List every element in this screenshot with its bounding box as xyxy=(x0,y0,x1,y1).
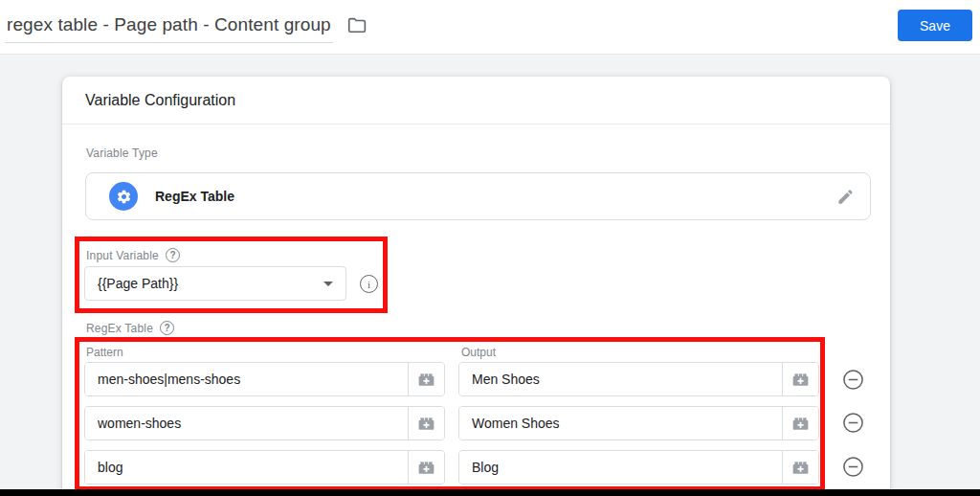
remove-row-icon[interactable] xyxy=(842,456,864,478)
save-button[interactable]: Save xyxy=(898,10,972,41)
pattern-cell-row-1 xyxy=(84,362,445,396)
input-variable-label: Input Variable xyxy=(86,249,159,262)
annotation-box-input-variable: Input Variable ? {{Page Path}} i xyxy=(75,237,388,313)
output-cell-row-3 xyxy=(458,450,819,485)
card-header: Variable Configuration xyxy=(62,77,890,124)
annotation-box-regex-table: Pattern Output xyxy=(75,337,825,491)
variable-type-label: Variable Type xyxy=(86,147,158,160)
output-input-row-1[interactable] xyxy=(459,363,782,395)
pattern-input-row-1[interactable] xyxy=(85,363,408,395)
screenshot-bottom-crop-bar xyxy=(0,489,980,496)
help-icon[interactable]: ? xyxy=(160,321,174,335)
output-column-header: Output xyxy=(461,346,496,359)
variable-picker-icon[interactable] xyxy=(782,451,818,484)
variable-picker-icon[interactable] xyxy=(408,407,444,440)
pattern-input-row-3[interactable] xyxy=(85,451,408,484)
input-variable-select[interactable]: {{Page Path}} xyxy=(84,266,346,301)
info-icon[interactable]: i xyxy=(360,275,378,293)
gear-icon xyxy=(109,182,138,211)
help-icon[interactable]: ? xyxy=(166,248,180,262)
pattern-input-row-2[interactable] xyxy=(85,407,408,440)
variable-name-title[interactable]: regex table - Page path - Content group xyxy=(5,12,333,43)
gtm-variable-editor-screen: regex table - Page path - Content group … xyxy=(0,0,980,496)
remove-row-icon[interactable] xyxy=(842,412,864,434)
variable-picker-icon[interactable] xyxy=(408,363,444,395)
top-bar: regex table - Page path - Content group … xyxy=(0,0,980,55)
output-input-row-2[interactable] xyxy=(459,407,782,440)
input-variable-selected-value: {{Page Path}} xyxy=(98,267,178,300)
output-cell-row-1 xyxy=(458,362,819,396)
edit-pencil-icon[interactable] xyxy=(836,188,855,206)
output-cell-row-2 xyxy=(458,406,819,440)
output-input-row-3[interactable] xyxy=(459,451,782,484)
variable-picker-icon[interactable] xyxy=(782,407,818,440)
pattern-column-header: Pattern xyxy=(86,346,123,359)
variable-title-wrap: regex table - Page path - Content group xyxy=(5,12,368,43)
card-title: Variable Configuration xyxy=(85,77,235,124)
variable-type-box[interactable]: RegEx Table xyxy=(85,172,871,220)
regex-table-label: RegEx Table xyxy=(86,322,153,335)
remove-row-icon[interactable] xyxy=(842,369,864,391)
variable-type-value: RegEx Table xyxy=(155,189,234,204)
pattern-cell-row-2 xyxy=(84,406,445,440)
variable-configuration-card: Variable Configuration Variable Type Reg… xyxy=(62,77,890,496)
pattern-cell-row-3 xyxy=(84,450,445,485)
folder-icon[interactable] xyxy=(346,15,368,34)
chevron-down-icon xyxy=(323,282,333,286)
variable-picker-icon[interactable] xyxy=(408,451,444,484)
variable-picker-icon[interactable] xyxy=(782,363,818,395)
